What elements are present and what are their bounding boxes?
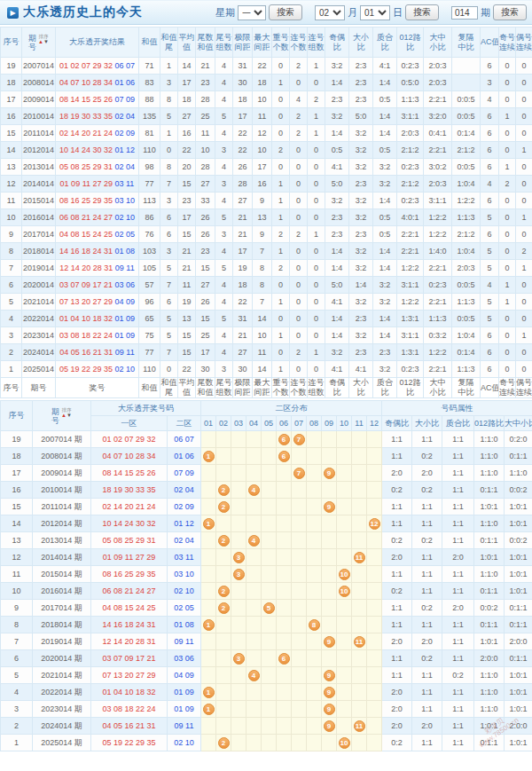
cell-consec-groups: 0 xyxy=(308,260,325,277)
grid-cell-02: 2 xyxy=(216,499,231,515)
cell-zone2-numbers: 02 10 xyxy=(168,735,201,751)
grid-cell-12 xyxy=(367,667,382,684)
cell-prime-composite-ratio: 1:1 xyxy=(442,515,474,532)
col-big-mid-small-ratio: 大中小比 xyxy=(424,28,452,58)
cell-odd-run: 0 xyxy=(499,75,516,91)
grid-cell-08 xyxy=(307,465,322,482)
week-select[interactable]: 一 xyxy=(238,5,266,20)
grid-cell-09: 9 xyxy=(322,718,337,735)
cell-result: 03 07 09 17 21 03 06 xyxy=(56,277,139,294)
cell-ac-value: 5 xyxy=(481,294,499,311)
grid-cell-07 xyxy=(292,735,307,751)
cell-limit-gap: 26 xyxy=(233,159,253,176)
cell-even-run: 0 xyxy=(516,226,532,243)
cell-seq: 13 xyxy=(1,159,22,176)
cell-tail-groups: 5 xyxy=(215,209,233,226)
cell-rep-gap-mid-ratio: 1:1:3 xyxy=(452,294,481,311)
cell-odd-even-ratio: 1:4 xyxy=(325,311,349,327)
cell-zone1-numbers: 08 14 15 25 26 xyxy=(91,465,168,482)
month-select[interactable]: 02 xyxy=(315,5,345,20)
grid-cell-01 xyxy=(201,667,216,684)
grid-cell-07 xyxy=(292,600,307,617)
cell-seq: 8 xyxy=(1,617,33,633)
col-issue: 期号 xyxy=(22,378,56,398)
cell-result: 10 14 24 30 32 01 12 xyxy=(56,142,139,159)
grid-cell-12 xyxy=(367,532,382,549)
cell-odd-even-ratio: 1:4 xyxy=(325,260,349,277)
cell-repeat-count: 1 xyxy=(272,176,290,193)
sort-desc-icon[interactable]: ▼ xyxy=(66,413,72,419)
cell-big-mid-small-ratio: 1:4:0 xyxy=(424,243,452,260)
cell-consec-groups: 0 xyxy=(308,142,325,159)
page-title: 大乐透历史上的今天 xyxy=(23,4,143,20)
cell-rep-gap-mid-ratio: 1:0:4 xyxy=(452,243,481,260)
grid-cell-10 xyxy=(337,482,352,499)
grid-cell-10 xyxy=(337,431,352,448)
cell-repeat-count: 0 xyxy=(272,344,290,361)
cell-even-run: 0 xyxy=(516,75,532,91)
cell-sum-tail: 1 xyxy=(160,125,178,142)
sort-control[interactable]: 排序▲▼ xyxy=(61,407,72,419)
cell-result: 14 16 18 24 31 01 08 xyxy=(56,243,139,260)
cell-tail-groups: 4 xyxy=(215,294,233,311)
issue-input[interactable] xyxy=(451,6,478,20)
cell-limit-gap: 22 xyxy=(233,125,253,142)
week-search-button[interactable]: 搜索 xyxy=(269,4,302,20)
cell-odd-run: 0 xyxy=(499,193,516,209)
grid-cell-12 xyxy=(367,718,382,735)
cell-prime-composite-ratio: 1:1 xyxy=(442,482,474,499)
grid-cell-08 xyxy=(307,499,322,515)
cell-odd-even-ratio: 1:4 xyxy=(325,125,349,142)
cell-zone2-numbers: 01 12 xyxy=(168,515,201,532)
grid-cell-05 xyxy=(262,566,277,583)
cell-even-run: 0 xyxy=(516,108,532,125)
front-numbers: 01 02 07 29 32 xyxy=(59,61,113,70)
cell-zone2-numbers: 06 07 xyxy=(168,431,201,448)
col-limit-gap: 极限间距 xyxy=(233,28,253,58)
grid-cell-11 xyxy=(352,515,367,532)
sort-control[interactable]: 排序▲▼ xyxy=(38,34,49,45)
cell-avg: 21 xyxy=(178,260,196,277)
cell-odd-even-ratio: 1:1 xyxy=(382,566,412,583)
grid-cell-12 xyxy=(367,735,382,751)
cell-tail-sum: 11 xyxy=(196,125,215,142)
grid-cell-06 xyxy=(277,633,292,650)
cell-zone2-numbers: 03 10 xyxy=(168,566,201,583)
sort-desc-icon[interactable]: ▼ xyxy=(43,39,49,45)
day-label: 日 xyxy=(393,6,403,20)
cell-tail-sum: 27 xyxy=(196,176,215,193)
grid-cell-01 xyxy=(201,735,216,751)
grid-cell-10 xyxy=(337,701,352,718)
grid-cell-06: 6 xyxy=(277,650,292,667)
front-numbers: 05 19 22 29 35 xyxy=(59,365,113,374)
grid-cell-02 xyxy=(216,549,231,566)
issue-search-button[interactable]: 搜索 xyxy=(493,4,527,20)
cell-odd-even-ratio: 2:0 xyxy=(382,684,412,701)
grid-cell-05 xyxy=(262,532,277,549)
cell-result: 01 02 07 29 32 06 07 xyxy=(56,58,139,75)
cell-big-small-ratio: 2:3 xyxy=(349,344,373,361)
back-ball: 1 xyxy=(203,451,215,462)
cell-sum: 65 xyxy=(139,311,160,327)
grid-cell-01: 1 xyxy=(201,684,216,701)
day-select[interactable]: 01 xyxy=(360,5,390,20)
date-search-button[interactable]: 搜索 xyxy=(405,4,439,20)
cell-big-mid-small-ratio: 0:0:2 xyxy=(505,532,532,549)
col-repeat-count: 重号个数 xyxy=(272,28,290,58)
cell-ac-value: 6 xyxy=(481,361,499,378)
cell-consec-count: 0 xyxy=(290,361,308,378)
cell-road-012-ratio: 1:1:0 xyxy=(474,431,505,448)
cell-tail-groups: 4 xyxy=(215,58,233,75)
col-sum-tail: 和值尾 xyxy=(160,378,178,398)
cell-rep-gap-mid-ratio: 0:0:5 xyxy=(452,277,481,294)
cell-avg: 17 xyxy=(178,209,196,226)
cell-seq: 2 xyxy=(1,344,22,361)
cell-consec-count: 2 xyxy=(290,125,308,142)
cell-seq: 9 xyxy=(1,226,22,243)
cell-road-012-ratio: 4:0:1 xyxy=(397,209,424,226)
cell-big-mid-small-ratio: 1:0:1 xyxy=(505,735,532,751)
cell-sum: 77 xyxy=(139,176,160,193)
grid-col-09: 09 xyxy=(322,416,337,431)
cell-ac-value: 6 xyxy=(481,159,499,176)
grid-cell-12 xyxy=(367,448,382,465)
